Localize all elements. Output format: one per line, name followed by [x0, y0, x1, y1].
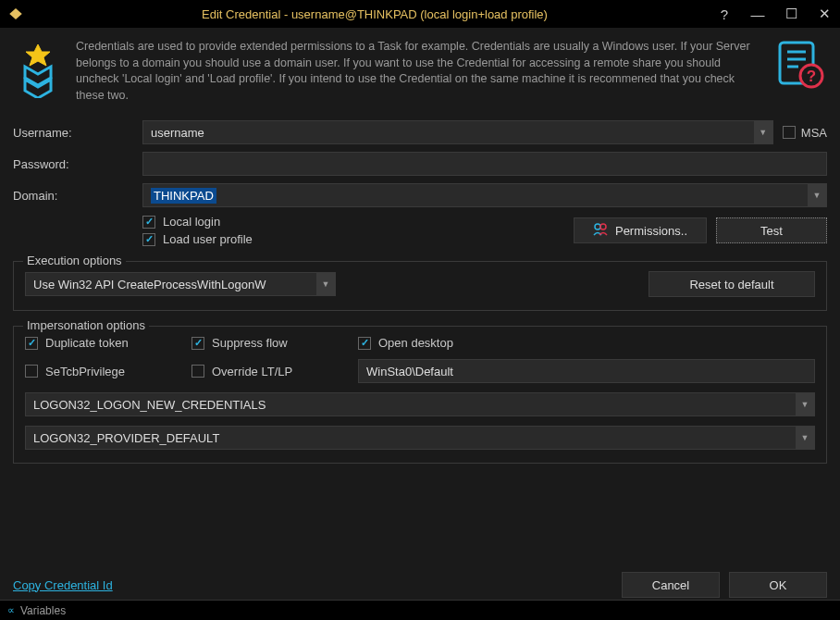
chevron-down-icon[interactable]: ▼ [796, 427, 814, 449]
username-field[interactable]: username ▼ [142, 120, 773, 144]
chevron-down-icon[interactable]: ▼ [808, 184, 826, 206]
open-desktop-checkbox[interactable] [358, 337, 371, 350]
logon-type-dropdown[interactable]: LOGON32_LOGON_NEW_CREDENTIALS ▼ [25, 392, 815, 416]
impersonation-options-group: Impersonation options Duplicate token Su… [13, 326, 827, 464]
password-field[interactable] [142, 152, 827, 176]
duplicate-token-label: Duplicate token [45, 336, 129, 350]
execution-legend: Execution options [23, 254, 126, 267]
chevron-down-icon[interactable]: ▼ [754, 121, 772, 143]
logon-provider-dropdown[interactable]: LOGON32_PROVIDER_DEFAULT ▼ [25, 426, 815, 450]
duplicate-token-checkbox[interactable] [25, 337, 38, 350]
statusbar: ∝ Variables [0, 600, 840, 620]
help-icon[interactable]: ? [716, 6, 733, 22]
credential-badge-icon [13, 39, 63, 104]
load-profile-checkbox[interactable] [142, 233, 155, 246]
close-icon[interactable]: ✕ [816, 6, 833, 22]
username-label: Username: [13, 126, 142, 140]
variables-label[interactable]: Variables [20, 604, 66, 617]
execution-method-dropdown[interactable]: Use Win32 API CreateProcessWithLogonW ▼ [25, 272, 336, 296]
ok-button[interactable]: OK [729, 572, 827, 598]
domain-label: Domain: [13, 189, 142, 203]
hero-section: Credentials are used to provide extended… [13, 39, 827, 104]
window-title: Edit Credential - username@THINKPAD (loc… [33, 7, 716, 21]
msa-label: MSA [801, 126, 827, 140]
override-label: Override LT/LP [212, 365, 292, 378]
copy-credential-link[interactable]: Copy Credential Id [13, 578, 113, 592]
domain-value: THINKPAD [151, 188, 216, 204]
execution-options-group: Execution options Use Win32 API CreatePr… [13, 261, 827, 311]
permissions-button[interactable]: Permissions.. [574, 217, 707, 243]
permissions-icon [593, 222, 608, 240]
domain-field[interactable]: THINKPAD ▼ [142, 183, 827, 207]
chevron-down-icon[interactable]: ▼ [316, 273, 335, 295]
titlebar: Edit Credential - username@THINKPAD (loc… [0, 0, 840, 28]
suppress-flow-label: Suppress flow [212, 336, 288, 350]
help-doc-icon[interactable]: ? [772, 39, 827, 104]
svg-point-7 [600, 224, 606, 229]
desktop-field[interactable] [358, 359, 815, 383]
load-profile-label: Load user profile [163, 232, 253, 246]
app-logo-icon [7, 6, 24, 22]
svg-point-6 [595, 224, 600, 229]
override-checkbox[interactable] [191, 365, 204, 378]
minimize-icon[interactable]: — [749, 6, 766, 22]
setcb-label: SeTcbPrivilege [45, 365, 125, 378]
msa-checkbox[interactable] [783, 126, 796, 139]
chevron-down-icon[interactable]: ▼ [796, 393, 814, 415]
open-desktop-label: Open desktop [378, 336, 453, 350]
local-login-checkbox[interactable] [142, 216, 155, 229]
local-login-label: Local login [163, 215, 220, 229]
setcb-checkbox[interactable] [25, 365, 38, 378]
hero-description: Credentials are used to provide extended… [76, 39, 759, 104]
impersonation-legend: Impersonation options [23, 318, 149, 332]
suppress-flow-checkbox[interactable] [191, 337, 204, 350]
test-button[interactable]: Test [716, 217, 827, 243]
username-value: username [151, 126, 754, 140]
cancel-button[interactable]: Cancel [622, 572, 720, 598]
variables-icon: ∝ [7, 604, 15, 616]
reset-default-button[interactable]: Reset to default [649, 271, 815, 297]
password-label: Password: [13, 157, 142, 171]
svg-text:?: ? [807, 68, 816, 85]
maximize-icon[interactable]: ☐ [783, 6, 799, 22]
